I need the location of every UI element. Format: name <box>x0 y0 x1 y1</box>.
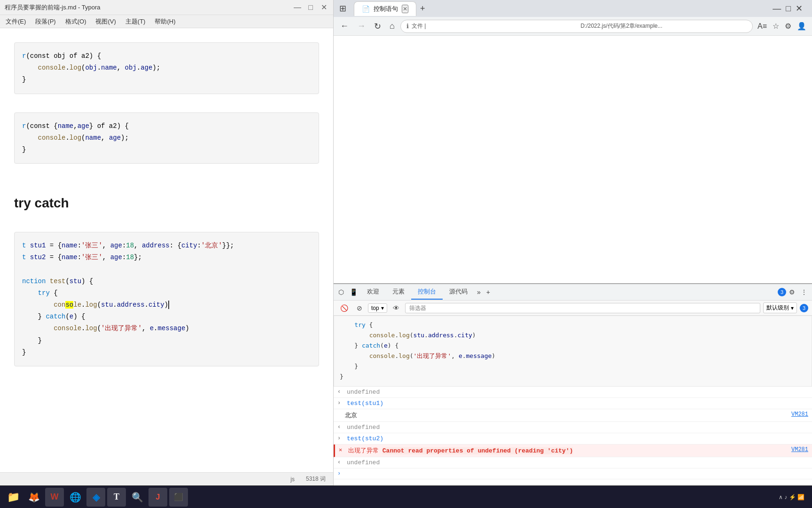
console-undefined-1: undefined <box>347 389 808 396</box>
refresh-button[interactable]: ↻ <box>371 19 384 33</box>
expand-icon-stu2[interactable]: › <box>337 435 345 442</box>
tab-elements[interactable]: 元素 <box>386 285 411 300</box>
add-tab-btn[interactable]: + <box>484 286 493 298</box>
code-line: } <box>22 335 311 347</box>
code-block-try-catch: t stu1 = {name:'张三', age:18, address: {c… <box>14 232 319 366</box>
typora-window-controls: — □ ✕ <box>293 3 328 12</box>
code-line: r(const {name,age} of a2) { <box>22 120 311 132</box>
vm281-link-1[interactable]: VM281 <box>791 411 808 418</box>
typora-content[interactable]: r(const obj of a2) { console.log(obj.nam… <box>0 28 333 472</box>
close-button[interactable]: ✕ <box>319 3 328 12</box>
tab-bar: 📄 控制语句 ✕ + <box>354 1 769 16</box>
new-tab-button[interactable]: + <box>416 2 429 16</box>
console-test-stu2: test(stu2) <box>347 435 808 442</box>
collapse-icon-3[interactable]: ‹ <box>337 459 345 466</box>
url-display: 文件 | <box>412 22 578 30</box>
collapse-icon[interactable]: ‹ <box>337 389 345 395</box>
console-entry-undefined-3: ‹ undefined <box>334 457 812 468</box>
tab-console[interactable]: 控制台 <box>411 285 443 300</box>
menu-format[interactable]: 格式(O) <box>62 16 90 27</box>
taskbar-icon-explorer[interactable]: 📁 <box>4 488 23 507</box>
taskbar-icon-vscode[interactable]: ◈ <box>86 488 105 507</box>
console-filter-btn[interactable]: ⊘ <box>354 303 365 313</box>
console-beijing: 北京 <box>345 411 791 420</box>
filter-input[interactable] <box>405 303 760 313</box>
forward-button[interactable]: → <box>354 19 368 33</box>
console-undefined-3: undefined <box>347 459 808 466</box>
browser-maximize[interactable]: □ <box>784 3 793 14</box>
menu-view[interactable]: 视图(V) <box>92 16 119 27</box>
browser-toolbar: ← → ↻ ⌂ ℹ 文件 | D:/2022.js/代码/第2章/example… <box>334 17 812 36</box>
favorites-btn[interactable]: ☆ <box>771 20 781 32</box>
maximize-button[interactable]: □ <box>306 3 315 12</box>
typora-titlebar: 程序员要掌握的前端-js.md - Typora — □ ✕ <box>0 0 333 15</box>
taskbar-icon-edge[interactable]: 🌐 <box>66 488 85 507</box>
expand-arrow[interactable]: › <box>337 470 345 477</box>
menu-theme[interactable]: 主题(T) <box>122 16 149 27</box>
level-label: 默认级别 <box>766 304 789 312</box>
tab-sources[interactable]: 源代码 <box>443 285 474 300</box>
more-tabs-btn[interactable]: » <box>474 286 484 298</box>
console-code-block: try { console.log(stu.address.city) } ca… <box>334 316 812 387</box>
code-line: console.log(name, age); <box>22 132 311 144</box>
devtools-inspect-btn[interactable]: ⬡ <box>336 287 347 297</box>
console-undefined-2: undefined <box>347 424 808 431</box>
info-icon: ℹ <box>406 23 409 30</box>
tab-icon: 📄 <box>362 5 370 13</box>
tab-close-button[interactable]: ✕ <box>402 5 408 13</box>
taskbar-icon-firefox[interactable]: 🦊 <box>24 488 43 507</box>
code-line: t stu1 = {name:'张三', age:18, address: {c… <box>22 240 311 252</box>
console-entry-test-stu2: › test(stu2) <box>334 433 812 444</box>
code-line: t stu2 = {name:'张三', age:18}; <box>22 252 311 263</box>
code-block-for-of-destructure: r(const {name,age} of a2) { console.log(… <box>14 112 319 164</box>
address-bar[interactable]: ℹ 文件 | D:/2022.js/代码/第2章/example... <box>400 20 753 33</box>
browser-close[interactable]: ✕ <box>794 3 804 14</box>
collapse-icon-2[interactable]: ‹ <box>337 424 345 430</box>
taskbar-icon-search[interactable]: 🔍 <box>128 488 147 507</box>
code-line: } <box>22 347 311 358</box>
console-entry-undefined-2: ‹ undefined <box>334 422 812 433</box>
clear-console-btn[interactable]: 🚫 <box>337 303 351 313</box>
settings-btn[interactable]: ⚙ <box>783 20 793 32</box>
taskbar-icon-jetbrains[interactable]: J <box>148 488 167 507</box>
console-entry-expand: › <box>334 468 812 479</box>
menu-paragraph[interactable]: 段落(P) <box>31 16 59 27</box>
tray-icons: ∧ ♪ ⚡ 📶 <box>779 494 804 500</box>
devtools-device-btn[interactable]: 📱 <box>347 287 360 297</box>
devtools-more-btn[interactable]: ⋮ <box>798 286 810 298</box>
console-entry-undefined-1: ‹ undefined <box>334 387 812 398</box>
home-button[interactable]: ⌂ <box>387 19 398 33</box>
taskbar-icon-typora[interactable]: T <box>107 488 126 507</box>
translate-btn[interactable]: A≡ <box>756 20 769 32</box>
menu-file[interactable]: 文件(E) <box>2 16 30 27</box>
console-output: ‹ undefined › test(stu1) 北京 VM281 <box>334 387 812 485</box>
vm281-link-2[interactable]: VM281 <box>791 446 808 453</box>
code-line: } <box>340 361 806 372</box>
browser-sidebar-btn[interactable]: ⊞ <box>337 3 348 14</box>
browser-tab-active[interactable]: 📄 控制语句 ✕ <box>354 1 416 16</box>
top-selector[interactable]: top ▾ <box>368 303 387 313</box>
code-line: console.log(stu.address.city) <box>22 299 311 311</box>
level-badge: 3 <box>800 304 808 312</box>
level-selector[interactable]: 默认级别 ▾ <box>763 302 797 313</box>
console-test-stu1: test(stu1) <box>347 400 808 407</box>
taskbar-icon-office[interactable]: W <box>45 488 64 507</box>
eye-btn[interactable]: 👁 <box>390 303 402 313</box>
code-line: console.log(obj.name, obj.age); <box>22 62 311 74</box>
taskbar-icon-terminal[interactable]: ⬛ <box>169 488 188 507</box>
taskbar: 📁 🦊 W 🌐 ◈ T 🔍 J ⬛ ∧ ♪ ⚡ 📶 <box>0 485 812 508</box>
expand-icon-stu1[interactable]: › <box>337 400 345 406</box>
code-block-for-of-obj: r(const obj of a2) { console.log(obj.nam… <box>14 42 319 94</box>
devtools-settings-btn[interactable]: ⚙ <box>786 286 798 298</box>
user-btn[interactable]: 👤 <box>795 20 808 32</box>
back-button[interactable]: ← <box>337 19 351 33</box>
url-path: D:/2022.js/代码/第2章/example... <box>580 22 747 30</box>
code-line: console.log('出现了异常', e.message) <box>22 323 311 334</box>
minimize-button[interactable]: — <box>293 3 302 12</box>
error-detail: Cannot read properties of undefined (rea… <box>383 447 573 454</box>
tab-label: 控制语句 <box>374 5 398 13</box>
menu-help[interactable]: 帮助(H) <box>151 16 179 27</box>
code-line: console.log(stu.address.city) <box>340 330 806 341</box>
tab-welcome[interactable]: 欢迎 <box>360 285 386 300</box>
browser-minimize[interactable]: — <box>771 3 783 14</box>
